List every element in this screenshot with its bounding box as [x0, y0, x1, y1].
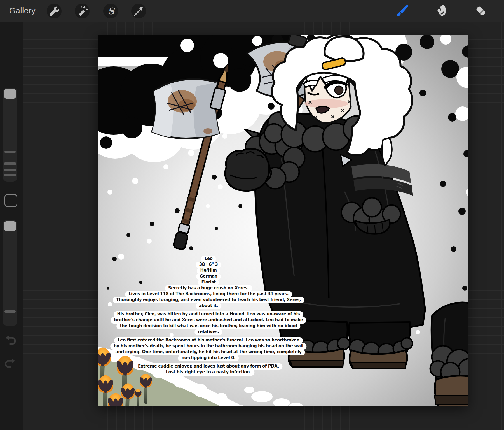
opacity-thumb[interactable]	[4, 221, 16, 231]
actions-button[interactable]	[47, 4, 62, 18]
bio-line: Lives in Level 118 of The Backrooms, liv…	[125, 291, 292, 297]
modify-button[interactable]	[4, 194, 17, 207]
slider-tick	[4, 174, 16, 176]
undo-button[interactable]	[4, 334, 17, 347]
character-card: Leo38 | 6" 3He/HimGermanFloristSecretly …	[110, 256, 306, 378]
slider-tick	[4, 151, 16, 153]
tool-sidebar	[0, 22, 23, 430]
far-leg	[430, 303, 468, 406]
bio-group: Extreme cuddle enjoyer, and loves just a…	[135, 364, 282, 376]
gallery-button[interactable]: Gallery	[9, 6, 36, 15]
bio-group: Leo first entered the Backrooms at his m…	[110, 338, 306, 361]
bio-line: Thoroughly enjoys foraging, and even vol…	[113, 297, 304, 303]
slider-tick	[4, 162, 16, 165]
bio-line: Extreme cuddle enjoyer, and loves just a…	[135, 363, 282, 370]
svg-text:S: S	[108, 5, 115, 16]
magic-wand-icon	[76, 5, 89, 18]
bio-line: and crying. One time, unfortunately, he …	[112, 349, 305, 355]
bio-line: Secretly has a huge crush on Xeres.	[165, 285, 252, 292]
bio-line: He/Him	[197, 268, 220, 274]
adjustments-button[interactable]	[75, 4, 90, 18]
erase-tool-button[interactable]	[474, 4, 487, 18]
artwork-canvas[interactable]: Leo38 | 6" 3He/HimGermanFloristSecretly …	[98, 35, 468, 406]
transform-arrow-icon	[132, 5, 145, 18]
wrench-icon	[48, 5, 61, 18]
brush-size-thumb[interactable]	[4, 89, 16, 99]
brush-icon	[396, 4, 409, 18]
bio-line: brother's change until he and Xeres were…	[111, 317, 306, 324]
bio-line: relatives.	[194, 329, 222, 335]
opacity-slider[interactable]	[3, 220, 17, 326]
bio-group: Leo38 | 6" 3He/HimGermanFloristSecretly …	[113, 256, 304, 309]
bio-line: Lost his right eye to a nasty infection.	[162, 369, 254, 376]
bio-line: German	[196, 273, 221, 280]
bio-line: the tough decision to kill what was once…	[116, 323, 300, 329]
selection-s-icon: S	[104, 5, 117, 18]
bio-line: His brother, Cleo, was bitten by and tur…	[114, 311, 303, 318]
slider-tick	[4, 310, 16, 313]
left-glove-fist	[225, 149, 269, 191]
bio-line: Leo	[201, 256, 216, 262]
brush-size-slider[interactable]	[3, 88, 17, 182]
bio-line: no-clipping into Level 0.	[178, 355, 239, 361]
hair-bun	[325, 36, 364, 61]
bio-line: by his mother's death, he spent hours in…	[110, 343, 306, 350]
undo-icon	[4, 334, 17, 346]
eraser-icon	[474, 4, 487, 18]
redo-button[interactable]	[4, 357, 17, 370]
selection-button[interactable]: S	[103, 4, 118, 18]
paint-tool-button[interactable]	[396, 4, 409, 18]
smudge-finger-icon	[435, 4, 448, 18]
bio-line: Leo first entered the Backrooms at his m…	[114, 337, 303, 344]
bio-line: about it.	[196, 303, 221, 309]
smudge-tool-button[interactable]	[435, 4, 448, 18]
top-toolbar: Gallery S	[0, 0, 504, 22]
transform-button[interactable]	[131, 4, 146, 18]
bio-line: 38 | 6" 3	[196, 262, 221, 268]
character-head	[264, 35, 412, 165]
redo-icon	[4, 357, 17, 369]
bio-group: His brother, Cleo, was bitten by and tur…	[111, 312, 306, 335]
bio-line: Florist	[198, 279, 219, 286]
slider-tick	[4, 169, 16, 171]
